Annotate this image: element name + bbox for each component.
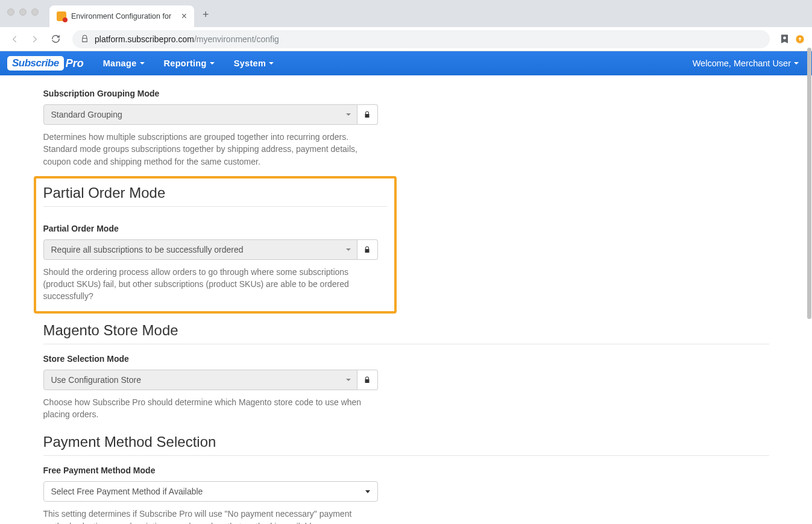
profile-icon[interactable] [778,33,790,45]
section-title: Payment Method Selection [43,434,769,456]
chevron-down-icon [794,62,799,65]
extension-icon[interactable] [794,33,806,45]
nav-item-reporting[interactable]: Reporting [156,52,223,74]
select-value: Select Free Payment Method if Available [51,487,203,496]
minimize-window-button[interactable] [19,8,27,16]
nav-menu: Manage Reporting System [95,52,282,74]
grouping-mode-select[interactable]: Standard Grouping [43,104,357,125]
field-row: Select Free Payment Method if Available [43,481,378,502]
scrollbar[interactable] [807,48,811,523]
chevron-down-icon [346,248,351,251]
store-selection-mode-select[interactable]: Use Configuration Store [43,370,357,390]
logo[interactable]: Subscribe Pro [7,56,84,71]
reload-button[interactable] [47,31,64,48]
section-title: Partial Order Mode [43,185,387,207]
field-label: Store Selection Mode [43,354,769,364]
nav-label: System [234,58,266,68]
chevron-down-icon [346,113,351,116]
welcome-text: Welcome, Merchant User [693,58,791,68]
field-label: Free Payment Method Mode [43,466,769,475]
new-tab-button[interactable]: + [203,8,209,21]
field-row: Require all subscriptions to be successf… [43,239,378,260]
select-value: Require all subscriptions to be successf… [51,245,244,254]
lock-button[interactable] [357,104,378,125]
select-value: Use Configuration Store [51,375,141,385]
browser-toolbar: platform.subscribepro.com/myenvironment/… [0,27,812,51]
field-row: Use Configuration Store [43,370,378,390]
free-payment-method-select[interactable]: Select Free Payment Method if Available [43,481,378,502]
close-tab-icon[interactable]: × [181,11,187,21]
section-payment-method: Payment Method Selection Free Payment Me… [43,434,769,524]
lock-button[interactable] [357,370,378,390]
logo-text-suffix: Pro [66,57,84,70]
field-label: Subscription Grouping Mode [43,89,769,98]
highlighted-section-partial-order: Partial Order Mode Partial Order Mode Re… [34,176,397,314]
logo-text-main: Subscribe [7,56,64,71]
lock-icon [81,35,89,43]
section-magento-store-mode: Magento Store Mode Store Selection Mode … [43,322,769,421]
page-content: Subscription Grouping Mode Standard Grou… [33,89,780,524]
user-menu[interactable]: Welcome, Merchant User [693,58,805,68]
scrollbar-thumb[interactable] [807,48,811,319]
section-title: Magento Store Mode [43,322,769,344]
help-text: Choose how Subscribe Pro should determin… [43,396,369,421]
nav-label: Manage [103,58,137,68]
tab-favicon-icon [57,11,66,21]
back-button[interactable] [6,31,23,48]
chevron-down-icon [269,62,274,65]
chevron-down-icon [365,490,370,493]
browser-tab-strip: Environment Configuration for × + [0,0,812,27]
chevron-down-icon [140,62,145,65]
help-text: Determines how multiple subscriptions ar… [43,131,369,168]
tab-title: Environment Configuration for [71,12,171,21]
nav-item-system[interactable]: System [225,52,282,74]
address-bar[interactable]: platform.subscribepro.com/myenvironment/… [72,30,770,48]
help-text: This setting determines if Subscribe Pro… [43,508,369,524]
help-text: Should the ordering process allow orders… [43,266,369,303]
nav-item-manage[interactable]: Manage [95,52,153,74]
lock-button[interactable] [357,239,378,260]
close-window-button[interactable] [7,8,14,16]
main-navbar: Subscribe Pro Manage Reporting System We… [0,51,812,75]
forward-button[interactable] [27,31,43,48]
url-text: platform.subscribepro.com/myenvironment/… [95,34,279,44]
field-label: Partial Order Mode [43,224,387,233]
partial-order-mode-select[interactable]: Require all subscriptions to be successf… [43,239,357,260]
section-subscription-grouping: Subscription Grouping Mode Standard Grou… [43,89,769,168]
chevron-down-icon [210,62,215,65]
chevron-down-icon [346,379,351,381]
nav-label: Reporting [164,58,207,68]
maximize-window-button[interactable] [31,8,39,16]
select-value: Standard Grouping [51,110,122,119]
browser-tab[interactable]: Environment Configuration for × [49,5,194,27]
svg-point-0 [783,37,786,40]
window-controls [7,8,39,16]
field-row: Standard Grouping [43,104,378,125]
